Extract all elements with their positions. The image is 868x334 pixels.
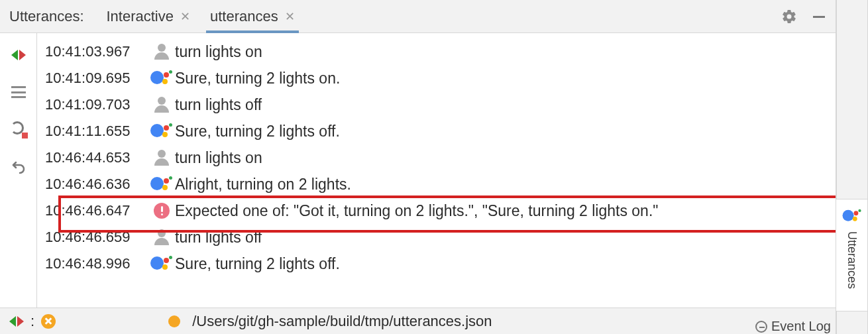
side-tab-label: Utterances [845,231,859,289]
log-message: Sure, turning 2 lights on. [175,70,836,87]
log-message: Sure, turning 2 lights off. [175,255,836,273]
timestamp: 10:46:46.636 [45,176,148,193]
cancel-icon[interactable] [41,314,56,329]
log-row[interactable]: 10:46:46.659turn lights off [45,224,836,250]
undo-button[interactable] [9,156,28,176]
log-row[interactable]: 10:41:09.703turn lights off [45,91,836,118]
log-row[interactable]: 10:46:44.653turn lights on [45,144,836,171]
dot-icon [168,315,180,327]
minimize-icon[interactable] [812,9,826,24]
utterances-panel: Utterances: Interactive ✕ utterances ✕ [0,0,836,334]
footer-colon: : [30,313,34,330]
timestamp: 10:41:03.967 [45,43,148,60]
tab-interactive[interactable]: Interactive ✕ [103,0,195,32]
tab-label: utterances [210,8,278,25]
side-tab-utterances[interactable]: Utterances [836,199,867,311]
footer-path: /Users/git/gh-sample/build/tmp/utterance… [192,313,492,330]
log-message: turn lights on [175,43,836,61]
log-message: turn lights off [175,229,836,247]
assistant-icon [148,123,175,140]
timestamp: 10:46:46.647 [45,202,148,219]
assistant-icon [148,70,175,87]
user-icon [148,149,175,166]
user-icon [148,96,175,113]
timestamp: 10:41:11.655 [45,123,148,140]
log-row[interactable]: 10:46:46.636Alright, turning on 2 lights… [45,171,836,197]
timestamp: 10:46:44.653 [45,149,148,166]
timestamp: 10:46:46.659 [45,229,148,246]
error-icon [148,203,175,219]
timestamp: 10:41:09.703 [45,96,148,113]
right-tabstrip: Utterances [836,0,868,334]
svg-rect-0 [813,16,825,18]
tab-utterances[interactable]: utterances ✕ [206,0,299,32]
log-message: turn lights on [175,149,836,167]
log-row[interactable]: 10:41:03.967turn lights on [45,38,836,65]
event-log-label: Event Log [771,319,831,333]
log-message: Alright, turning on 2 lights. [175,176,836,194]
log-row[interactable]: 10:46:46.647Expected one of: "Got it, tu… [45,197,836,224]
log-message: turn lights off [175,96,836,114]
run-icon[interactable] [9,314,24,329]
tabbar-title: Utterances: [9,8,84,25]
user-icon [148,229,175,246]
close-icon[interactable]: ✕ [180,9,190,24]
tab-label: Interactive [107,8,174,25]
gear-icon[interactable] [781,9,797,25]
log-message: Sure, turning 2 lights off. [175,123,836,140]
user-icon [148,43,175,60]
timestamp: 10:46:48.996 [45,255,148,272]
timestamp: 10:41:09.695 [45,70,148,87]
gutter-toolbar [0,33,37,307]
footer: : /Users/git/gh-sample/build/tmp/utteran… [0,307,836,334]
log-row[interactable]: 10:41:09.695Sure, turning 2 lights on. [45,65,836,91]
assistant-icon [148,176,175,193]
run-button[interactable] [9,45,28,65]
assistant-icon [148,255,175,272]
eventlog-icon [755,321,767,333]
rerun-button[interactable] [9,119,28,139]
log-area: 10:41:03.967turn lights on10:41:09.695Su… [37,33,836,307]
event-log-link[interactable]: Event Log [755,319,831,334]
layout-button[interactable] [9,82,28,102]
log-message: Expected one of: "Got it, turning on 2 l… [175,202,836,220]
close-icon[interactable]: ✕ [285,9,295,24]
log-row[interactable]: 10:41:11.655Sure, turning 2 lights off. [45,118,836,144]
tabbar: Utterances: Interactive ✕ utterances ✕ [0,0,836,33]
assistant-icon [842,209,861,223]
log-row[interactable]: 10:46:48.996Sure, turning 2 lights off. [45,250,836,277]
